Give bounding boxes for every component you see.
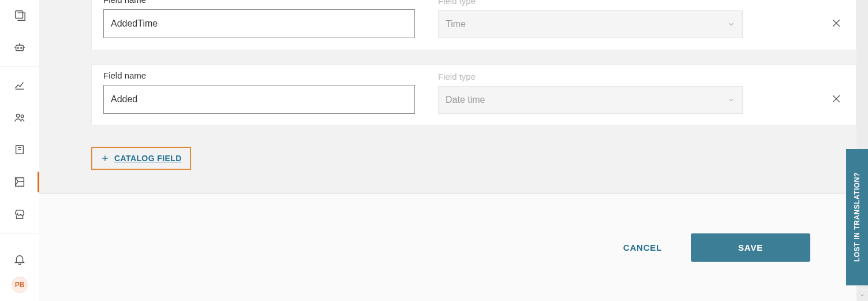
plus-icon — [100, 154, 110, 163]
lost-in-translation-label: LOST IN TRANSLATION? — [853, 172, 861, 262]
field-type-select: Date time — [438, 86, 743, 114]
sidebar-divider — [0, 233, 39, 233]
save-button[interactable]: SAVE — [691, 233, 810, 262]
cancel-button[interactable]: CANCEL — [623, 243, 662, 252]
book-icon — [13, 143, 26, 156]
chart-line-icon — [13, 79, 26, 91]
field-type-label: Field type — [438, 0, 743, 6]
layers-icon — [13, 9, 26, 21]
store-icon — [13, 208, 26, 221]
sidebar-item-analytics[interactable] — [0, 70, 39, 100]
sidebar-item-robot[interactable] — [0, 32, 39, 62]
field-type-column: Field type Time — [438, 0, 743, 38]
svg-point-2 — [17, 47, 18, 49]
svg-rect-0 — [16, 11, 23, 18]
add-catalog-field-label: CATALOG FIELD — [114, 154, 182, 163]
add-field-row: CATALOG FIELD — [91, 140, 856, 193]
main-content: Field name Field type Time Field name — [39, 0, 868, 301]
sidebar: PB — [0, 0, 39, 301]
sidebar-item-users[interactable] — [0, 102, 39, 132]
field-name-label: Field name — [103, 0, 415, 5]
field-name-label: Field name — [103, 70, 415, 80]
footer-actions: CANCEL SAVE — [39, 194, 868, 301]
field-type-select: Time — [438, 10, 743, 38]
field-card: Field name Field type Time — [91, 0, 856, 50]
robot-icon — [13, 41, 26, 54]
sidebar-item-book[interactable] — [0, 135, 39, 165]
field-name-input[interactable] — [103, 9, 415, 38]
field-name-column: Field name — [103, 65, 415, 114]
chevron-down-icon — [727, 96, 735, 104]
svg-point-3 — [21, 47, 22, 49]
svg-rect-1 — [16, 45, 24, 50]
sidebar-divider — [0, 66, 39, 66]
sidebar-item-store[interactable] — [0, 199, 39, 229]
scrollbar-down-arrow[interactable] — [856, 289, 868, 301]
lost-in-translation-tab[interactable]: LOST IN TRANSLATION? — [846, 149, 868, 285]
field-card: Field name Field type Date time — [91, 64, 856, 126]
field-name-column: Field name — [103, 0, 415, 38]
svg-point-4 — [17, 114, 20, 118]
sidebar-item-catalog[interactable] — [0, 167, 39, 197]
close-icon — [830, 17, 842, 29]
users-icon — [13, 111, 26, 124]
svg-point-5 — [21, 115, 24, 118]
avatar-initials: PB — [15, 281, 25, 289]
remove-field-button[interactable] — [830, 17, 842, 29]
fields-area: Field name Field type Time Field name — [39, 0, 868, 193]
sidebar-item-workspace[interactable] — [0, 0, 39, 30]
field-type-value: Date time — [446, 95, 485, 105]
remove-field-button[interactable] — [830, 93, 842, 105]
sidebar-item-notifications[interactable] — [0, 244, 39, 274]
field-type-label: Field type — [438, 72, 743, 81]
field-name-input[interactable] — [103, 85, 415, 114]
add-catalog-field-button[interactable]: CATALOG FIELD — [91, 147, 191, 170]
field-type-column: Field type Date time — [438, 66, 743, 114]
catalog-icon — [13, 176, 26, 188]
chevron-down-icon — [859, 292, 865, 298]
field-type-value: Time — [446, 19, 466, 29]
close-icon — [830, 93, 842, 105]
avatar[interactable]: PB — [12, 277, 28, 293]
bell-icon — [13, 253, 26, 266]
chevron-down-icon — [727, 20, 735, 28]
